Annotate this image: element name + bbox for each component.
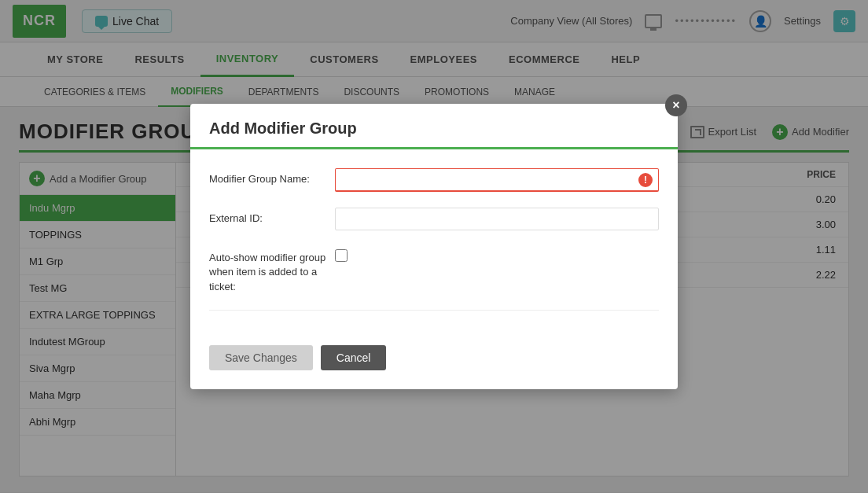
modal-title: Add Modifier Group — [209, 120, 659, 138]
name-error-icon: ! — [638, 173, 653, 187]
modal-header: Add Modifier Group — [190, 104, 678, 149]
auto-show-checkbox[interactable] — [335, 249, 348, 262]
cancel-button[interactable]: Cancel — [321, 345, 387, 370]
save-changes-button[interactable]: Save Changes — [209, 345, 313, 370]
modal-body: Modifier Group Name: ! External ID: Auto… — [190, 149, 678, 345]
name-label: Modifier Group Name: — [209, 168, 335, 185]
modal-divider — [209, 310, 659, 311]
name-form-row: Modifier Group Name: ! — [209, 168, 659, 192]
name-input-wrapper: ! — [335, 168, 659, 192]
add-modifier-group-modal: × Add Modifier Group Modifier Group Name… — [190, 104, 678, 389]
modal-close-button[interactable]: × — [665, 94, 687, 116]
external-id-input-wrapper — [335, 208, 659, 230]
modifier-group-name-input[interactable] — [335, 168, 659, 192]
modal-footer: Save Changes Cancel — [190, 345, 678, 389]
external-id-label: External ID: — [209, 208, 335, 224]
auto-show-form-row: Auto-show modifier group when item is ad… — [209, 246, 659, 294]
modal-overlay: × Add Modifier Group Modifier Group Name… — [0, 0, 868, 493]
external-id-form-row: External ID: — [209, 208, 659, 230]
auto-show-label: Auto-show modifier group when item is ad… — [209, 246, 335, 294]
external-id-input[interactable] — [335, 208, 659, 230]
